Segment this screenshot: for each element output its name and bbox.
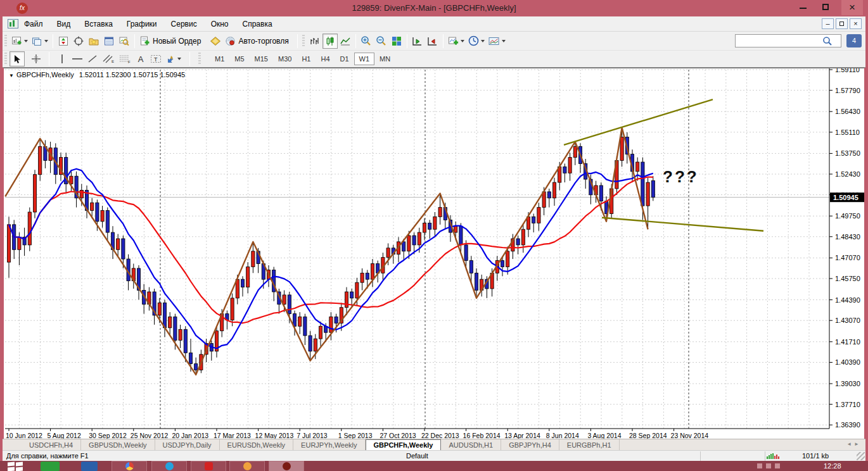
taskbar-clock[interactable]: 12:28 bbox=[824, 462, 841, 470]
timeframe-d1-button[interactable]: D1 bbox=[335, 53, 354, 65]
tab-gbpusd[interactable]: GBPUSDh,Weekly bbox=[81, 439, 155, 450]
strategy-tester-button[interactable] bbox=[117, 34, 132, 49]
notifications-button[interactable]: 4 bbox=[846, 34, 862, 47]
bar-chart-button[interactable] bbox=[307, 34, 322, 49]
tab-eurgbp[interactable]: EURGBPh,H1 bbox=[559, 439, 620, 450]
timeframe-m1-button[interactable]: M1 bbox=[210, 53, 229, 65]
text-tool-button[interactable]: A bbox=[133, 51, 148, 66]
search-icon[interactable] bbox=[822, 36, 833, 46]
metaeditor-button[interactable] bbox=[208, 34, 223, 49]
child-restore-button[interactable] bbox=[836, 18, 848, 29]
chart-area[interactable]: ▼GBPCHFh,Weekly1.52011 1.52300 1.50715 1… bbox=[4, 68, 864, 439]
child-minimize-button[interactable]: – bbox=[822, 18, 834, 29]
tab-gbpchf-active[interactable]: GBPCHFh,Weekly bbox=[366, 439, 442, 450]
taskbar-gear-app-button[interactable] bbox=[191, 461, 226, 471]
crosshair-tool-button[interactable] bbox=[29, 51, 44, 66]
svg-text:1.48430: 1.48430 bbox=[835, 233, 860, 241]
svg-text:1.59110: 1.59110 bbox=[835, 68, 860, 73]
navigator-button[interactable] bbox=[86, 34, 101, 49]
periods-button[interactable] bbox=[466, 34, 487, 49]
timeframe-mn-button[interactable]: MN bbox=[374, 53, 395, 65]
tabs-scroll-right-icon[interactable]: ► bbox=[854, 441, 862, 447]
text-label-tool-button[interactable]: T bbox=[148, 51, 163, 66]
arrows-tool-button[interactable] bbox=[163, 51, 183, 66]
tab-gbpjpy[interactable]: GBPJPYh,H4 bbox=[501, 439, 559, 450]
templates-button[interactable] bbox=[487, 34, 507, 49]
start-button[interactable] bbox=[8, 462, 24, 471]
channel-tool-button[interactable]: E bbox=[100, 51, 117, 66]
svg-text:1.41710: 1.41710 bbox=[835, 338, 860, 346]
tab-audusd[interactable]: AUDUSDh,H1 bbox=[441, 439, 501, 450]
notification-count-badge: 4 bbox=[852, 37, 856, 44]
taskbar-skype-button[interactable] bbox=[151, 461, 187, 471]
timeframe-m5-button[interactable]: M5 bbox=[229, 53, 249, 65]
zoom-in-button[interactable] bbox=[359, 34, 374, 49]
svg-text:1.39030: 1.39030 bbox=[835, 380, 860, 387]
taskbar-green-app-icon[interactable] bbox=[41, 462, 60, 471]
horizontal-line-tool-button[interactable] bbox=[70, 51, 85, 66]
taskbar-orange-app-button[interactable] bbox=[229, 461, 265, 471]
window-close-button[interactable]: × bbox=[841, 0, 863, 15]
tab-eurusd[interactable]: EURUSDh,Weekly bbox=[220, 439, 294, 450]
toolbar-grip[interactable] bbox=[198, 53, 201, 65]
zoom-out-button[interactable] bbox=[374, 34, 389, 49]
tab-eurjpy[interactable]: EURJPYh,Weekly bbox=[293, 439, 365, 450]
windows-taskbar: 12:28 bbox=[0, 461, 868, 471]
arrow-objects-icon bbox=[165, 54, 176, 64]
tray-icons[interactable] bbox=[757, 463, 780, 468]
cursor-icon bbox=[13, 54, 22, 64]
child-close-button[interactable]: × bbox=[850, 18, 862, 29]
indicators-icon bbox=[448, 36, 459, 46]
indicators-button[interactable] bbox=[446, 34, 466, 49]
taskbar-mt4-button[interactable] bbox=[269, 461, 304, 471]
menu-view[interactable]: Вид bbox=[57, 20, 71, 28]
candlestick-chart[interactable]: 1.591101.577901.564301.551101.537501.524… bbox=[4, 68, 864, 439]
terminal-button[interactable] bbox=[101, 34, 117, 49]
autotrading-button[interactable]: Авто-торговля bbox=[223, 34, 290, 49]
auto-scroll-button[interactable] bbox=[410, 34, 425, 49]
menu-help[interactable]: Справка bbox=[243, 20, 272, 28]
toolbar-grip[interactable] bbox=[4, 53, 7, 65]
toolbar-separator bbox=[49, 52, 49, 66]
window-minimize-button[interactable] bbox=[792, 0, 814, 15]
taskbar-blue-app-icon[interactable] bbox=[81, 462, 98, 471]
vertical-line-tool-button[interactable] bbox=[54, 51, 70, 66]
menu-tools[interactable]: Сервис bbox=[171, 20, 197, 28]
resize-grip[interactable] bbox=[857, 452, 865, 460]
toolbar-grip[interactable] bbox=[4, 35, 7, 47]
crosshair-icon bbox=[73, 36, 84, 46]
line-chart-button[interactable] bbox=[338, 34, 353, 49]
menu-charts[interactable]: Графики bbox=[127, 20, 157, 28]
fibonacci-tool-button[interactable]: F bbox=[117, 51, 133, 66]
window-maximize-button[interactable] bbox=[815, 0, 836, 15]
timeframe-m30-button[interactable]: M30 bbox=[273, 53, 297, 65]
toolbar-grip[interactable] bbox=[302, 35, 305, 47]
tabs-scroll-left-icon[interactable]: ◄ bbox=[846, 441, 854, 447]
chevron-down-icon bbox=[24, 40, 28, 42]
timeframe-m15-button[interactable]: M15 bbox=[250, 53, 273, 65]
profiles-button[interactable] bbox=[30, 34, 50, 49]
timeframe-h1-button[interactable]: H1 bbox=[297, 53, 316, 65]
cursor-tool-button[interactable] bbox=[10, 51, 25, 66]
market-watch-button[interactable] bbox=[56, 34, 71, 49]
tile-windows-button[interactable] bbox=[389, 34, 404, 49]
menu-window[interactable]: Окно bbox=[211, 20, 229, 28]
tab-usdjpy[interactable]: USDJPYh,Daily bbox=[155, 439, 220, 450]
trendline-tool-button[interactable] bbox=[85, 51, 100, 66]
timeframe-h4-button[interactable]: H4 bbox=[316, 53, 335, 65]
tab-usdchf[interactable]: USDCHFh,H4 bbox=[22, 439, 81, 450]
candlestick-chart-button[interactable] bbox=[322, 34, 338, 49]
connection-signal-icon[interactable] bbox=[767, 453, 779, 459]
menu-file[interactable]: Файл bbox=[24, 20, 43, 28]
new-order-label: Новый Ордер bbox=[153, 37, 201, 46]
taskbar-chrome-button[interactable] bbox=[112, 461, 147, 471]
menu-insert[interactable]: Вставка bbox=[84, 20, 113, 28]
new-chart-button[interactable] bbox=[10, 34, 30, 49]
collapse-triangle-icon[interactable]: ▼ bbox=[9, 73, 14, 78]
trendline-icon bbox=[87, 54, 98, 64]
new-order-button[interactable]: Новый Ордер bbox=[137, 34, 203, 49]
timeframe-w1-button[interactable]: W1 bbox=[354, 53, 375, 65]
chart-shift-button[interactable] bbox=[425, 34, 440, 49]
data-window-button[interactable] bbox=[71, 34, 86, 49]
status-profile[interactable]: Default bbox=[406, 452, 428, 460]
